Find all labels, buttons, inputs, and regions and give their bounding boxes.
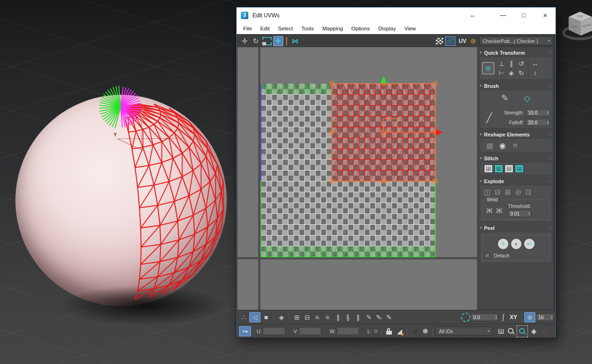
break-icon[interactable]: ◫ <box>482 187 492 197</box>
threshold-spinner[interactable]: 0.01 ▴▾ <box>508 210 531 217</box>
show-map-toggle-icon[interactable] <box>445 36 455 46</box>
rotate-ccw-icon[interactable]: ↺ <box>516 59 526 68</box>
view-cube-ring[interactable] <box>563 27 592 39</box>
view-cube-front-face[interactable] <box>581 17 592 36</box>
peel-mode-icon[interactable]: ◗ <box>511 239 521 249</box>
falloff-spinner[interactable]: 20.0 ▴▾ <box>526 119 550 126</box>
material-id-dropdown[interactable]: All IDs ▾ <box>435 327 492 335</box>
relax-brush-icon[interactable]: ◇ <box>520 92 534 104</box>
menu-select[interactable]: Select <box>274 26 297 31</box>
ring-shrink-icon[interactable]: ∥− <box>354 312 363 322</box>
dock-toggle-button[interactable]: ↔ <box>466 9 479 21</box>
panel-scroll-strip[interactable] <box>553 47 556 310</box>
view-cube[interactable]: TOP LEFT FRONT <box>559 3 592 53</box>
lock-aspect-checkbox[interactable]: ✓ <box>373 328 379 334</box>
freeform-mode-button[interactable]: ⊞ <box>482 62 494 74</box>
paint-select-shrink-icon[interactable]: ✎− <box>385 312 394 322</box>
strength-spinner[interactable]: 10.0 ▴▾ <box>526 109 550 116</box>
lock-selection-icon[interactable] <box>384 326 394 336</box>
explode-header[interactable]: ▾ Explode ∷ <box>480 177 552 185</box>
view-cube-left-face[interactable] <box>569 17 581 36</box>
brush-header[interactable]: ▾ Brush ∷ <box>480 82 552 90</box>
brush-falloff-type-icon[interactable]: ╱ <box>482 112 496 124</box>
title-bar[interactable]: 3 Edit UVWs ↔ — □ × <box>237 7 556 23</box>
weld-selected-icon[interactable]: Ж <box>484 206 494 215</box>
zoom-region-icon[interactable] <box>517 325 528 337</box>
paint-select-grow-icon[interactable]: ✎+ <box>375 312 384 322</box>
edge-mode-icon[interactable]: ◁ <box>249 312 260 322</box>
relax-icon[interactable]: ○ <box>510 141 520 150</box>
sphere-object[interactable] <box>15 95 227 306</box>
absolute-offset-toggle-icon[interactable]: ↪ <box>239 326 251 336</box>
edge-distance-spinner[interactable]: 16 ▴▾ <box>536 314 554 321</box>
move-brush-icon[interactable]: ✎ <box>498 92 512 104</box>
stitch-custom-icon[interactable]: Ш <box>484 164 493 173</box>
view-cube-top-face[interactable] <box>569 12 592 21</box>
zoom-extents-icon[interactable]: ◈ <box>529 326 538 336</box>
flatten-custom-icon[interactable]: ⊡ <box>523 187 534 197</box>
loop-shrink-icon[interactable]: ≡− <box>323 312 332 322</box>
stitch-header[interactable]: ▾ Stitch ∷ <box>480 154 552 162</box>
space-vertical-icon[interactable]: ↕ <box>530 68 540 78</box>
weld-all-icon[interactable]: Ж <box>494 206 504 215</box>
move-tool-icon[interactable]: ✛ <box>239 36 250 46</box>
quick-peel-icon[interactable]: ϟ <box>498 239 508 249</box>
grow-selection-icon[interactable]: ⊞ <box>292 312 302 322</box>
flatten-by-material-id-icon[interactable]: ◎ <box>513 187 523 197</box>
flatten-by-smoothing-group-icon[interactable]: ⊟ <box>492 187 503 197</box>
paint-select-icon[interactable]: ✎ <box>364 312 374 322</box>
pan-hand-icon[interactable]: Ш <box>496 326 505 336</box>
w-input[interactable] <box>337 327 359 335</box>
element-mode-icon[interactable]: ◈ <box>277 312 286 322</box>
flatten-by-polygon-angle-icon[interactable]: ⊞ <box>503 187 513 197</box>
menu-edit[interactable]: Edit <box>256 26 274 31</box>
menu-view[interactable]: View <box>400 26 420 31</box>
map-options-gear-icon[interactable]: ⊛ <box>470 37 476 45</box>
snap-magnet-icon[interactable]: ∩ <box>539 326 549 336</box>
texture-selector-dropdown[interactable]: CheckerPatt...( Checker ) ▾ <box>479 36 553 45</box>
relax-until-flat-icon[interactable]: ◉ <box>498 141 507 150</box>
ring-icon[interactable]: ∥ <box>333 312 343 322</box>
soft-selection-falloff-spinner[interactable]: 0.0 ▴▾ <box>471 314 498 321</box>
stitch-to-edge-icon[interactable]: Ш <box>505 164 513 173</box>
xy-space-button[interactable]: XY <box>509 312 518 322</box>
polygon-mode-icon[interactable]: ■ <box>261 312 271 322</box>
v-input[interactable] <box>299 327 321 335</box>
close-button[interactable]: × <box>539 9 552 21</box>
uv-editor-canvas[interactable] <box>238 47 477 310</box>
rotate-tool-icon[interactable]: ↻ <box>251 36 261 46</box>
reshape-elements-header[interactable]: ▾ Reshape Elements ∷ <box>480 130 552 138</box>
quick-transform-header[interactable]: ▾ Quick Transform ∷ <box>480 49 552 57</box>
stitch-to-source-icon[interactable]: Ш <box>494 164 503 173</box>
space-horizontal-icon[interactable]: ↔ <box>530 59 540 68</box>
soft-selection-icon[interactable] <box>461 312 470 322</box>
mirror-tool-icon[interactable]: ⋈ <box>290 36 300 46</box>
align-horizontal-icon[interactable]: ⊥ <box>497 59 506 68</box>
align-to-edge-icon[interactable]: ⊢ <box>497 68 506 78</box>
minimize-button[interactable]: — <box>497 9 510 21</box>
shrink-selection-icon[interactable]: ⊟ <box>303 312 312 322</box>
u-input[interactable] <box>263 327 285 335</box>
filter-selected-faces-icon[interactable]: ◢ <box>395 326 404 336</box>
hide-icon[interactable]: ● <box>410 326 419 336</box>
pack-uvs-icon[interactable]: ◈ <box>506 68 516 78</box>
menu-display[interactable]: Display <box>374 26 400 31</box>
detach-checkbox[interactable]: ✓ <box>484 253 490 258</box>
checker-pattern-icon[interactable] <box>436 38 443 44</box>
zoom-icon[interactable] <box>506 326 516 336</box>
edge-distance-icon[interactable]: ⊛ <box>524 312 535 322</box>
straighten-selection-icon[interactable]: ▦ <box>485 141 495 150</box>
freeze-icon[interactable]: ❄ <box>420 326 430 336</box>
loop-grow-icon[interactable]: ≡+ <box>313 312 322 322</box>
uv-space-label[interactable]: UV <box>459 38 467 44</box>
menu-mapping[interactable]: Mapping <box>318 26 347 31</box>
menu-options[interactable]: Options <box>347 26 374 31</box>
align-vertical-icon[interactable]: ∥ <box>506 59 516 68</box>
reset-peel-icon[interactable]: ↩ <box>524 239 534 249</box>
peel-header[interactable]: ▾ Peel ∷ <box>480 224 552 232</box>
scale-tool-icon[interactable] <box>262 36 272 46</box>
menu-file[interactable]: File <box>239 26 256 31</box>
stitch-to-target-icon[interactable]: Ш <box>515 164 524 173</box>
rotate-cw-icon[interactable]: ↻ <box>516 68 526 78</box>
vertex-mode-icon[interactable]: ∴ <box>239 312 248 322</box>
